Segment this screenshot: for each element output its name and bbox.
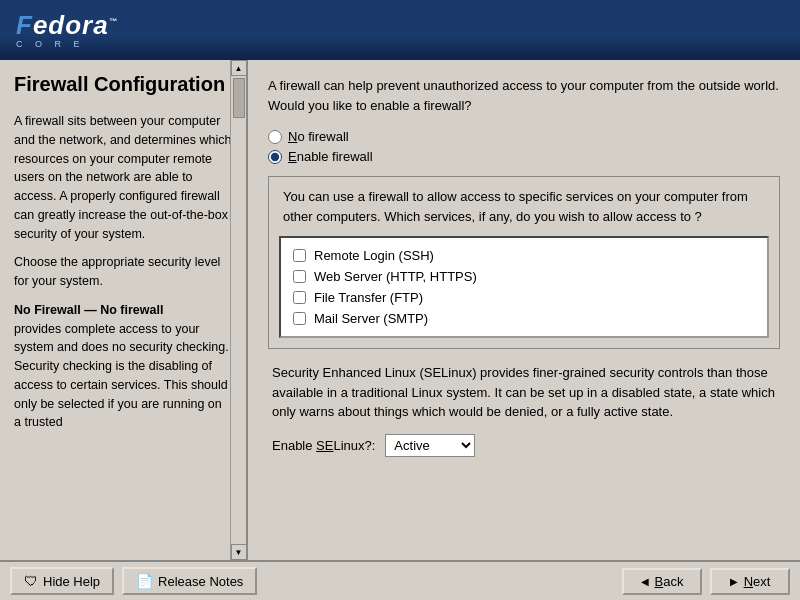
right-panel: A firewall can help prevent unauthorized… xyxy=(248,60,800,560)
next-button[interactable]: ▶ Next xyxy=(710,568,790,595)
radio-no-underline: N xyxy=(288,129,297,144)
selinux-section: Security Enhanced Linux (SELinux) provid… xyxy=(268,363,780,457)
next-arrow-icon: ▶ xyxy=(730,576,738,587)
radio-enable-firewall-label[interactable]: Enable firewall xyxy=(288,149,373,164)
radio-no-firewall-input[interactable] xyxy=(268,130,282,144)
scrollbar-down-btn[interactable]: ▼ xyxy=(231,544,247,560)
footer-left-buttons: 🛡 Hide Help 📄 Release Notes xyxy=(10,567,257,595)
selinux-dropdown[interactable]: Active Disabled Warn xyxy=(385,434,475,457)
back-button[interactable]: ◀ Back xyxy=(622,568,702,595)
firewall-intro: A firewall can help prevent unauthorized… xyxy=(268,76,780,115)
service-http-checkbox[interactable] xyxy=(293,270,306,283)
footer: 🛡 Hide Help 📄 Release Notes ◀ Back ▶ Nex… xyxy=(0,560,800,600)
selinux-description: Security Enhanced Linux (SELinux) provid… xyxy=(272,363,776,422)
hide-help-button[interactable]: 🛡 Hide Help xyxy=(10,567,114,595)
hide-help-icon: 🛡 xyxy=(24,573,38,589)
release-notes-label: Release Notes xyxy=(158,574,243,589)
selinux-label: Enable SELinux?: xyxy=(272,438,375,453)
scrollbar[interactable]: ▲ ▼ xyxy=(230,60,246,560)
service-http-label: Web Server (HTTP, HTTPS) xyxy=(314,269,477,284)
service-smtp-checkbox[interactable] xyxy=(293,312,306,325)
header: Fedora™ C O R E xyxy=(0,0,800,60)
service-smtp: Mail Server (SMTP) xyxy=(293,311,755,326)
hide-help-label: Hide Help xyxy=(43,574,100,589)
service-ssh-checkbox[interactable] xyxy=(293,249,306,262)
back-label: Back xyxy=(655,574,684,589)
service-ftp: File Transfer (FTP) xyxy=(293,290,755,305)
radio-no-firewall-label[interactable]: No firewall xyxy=(288,129,349,144)
logo-subtitle: C O R E xyxy=(16,39,85,49)
radio-enable-firewall-input[interactable] xyxy=(268,150,282,164)
scrollbar-thumb[interactable] xyxy=(233,78,245,118)
service-ssh-label: Remote Login (SSH) xyxy=(314,248,434,263)
release-notes-icon: 📄 xyxy=(136,573,153,589)
service-smtp-label: Mail Server (SMTP) xyxy=(314,311,428,326)
services-intro: You can use a firewall to allow access t… xyxy=(279,187,769,226)
next-label: Next xyxy=(744,574,771,589)
footer-right-buttons: ◀ Back ▶ Next xyxy=(622,568,790,595)
service-ftp-checkbox[interactable] xyxy=(293,291,306,304)
logo-title: Fedora™ xyxy=(16,12,118,38)
selinux-control: Enable SELinux?: Active Disabled Warn xyxy=(272,434,776,457)
no-firewall-desc: provides complete access to your system … xyxy=(14,322,229,430)
firewall-radio-group: No firewall Enable firewall xyxy=(268,129,780,164)
services-box: Remote Login (SSH) Web Server (HTTP, HTT… xyxy=(279,236,769,338)
main-content: Firewall Configuration A firewall sits b… xyxy=(0,60,800,560)
radio-enable-underline: E xyxy=(288,149,297,164)
page-title: Firewall Configuration xyxy=(14,72,232,96)
fedora-logo: Fedora™ C O R E xyxy=(16,12,118,49)
radio-enable-firewall: Enable firewall xyxy=(268,149,780,164)
radio-no-firewall: No firewall xyxy=(268,129,780,144)
left-panel-para-1: A firewall sits between your computer an… xyxy=(14,112,232,243)
scrollbar-up-btn[interactable]: ▲ xyxy=(231,60,247,76)
left-panel-para-2: Choose the appropriate security level fo… xyxy=(14,253,232,291)
back-arrow-icon: ◀ xyxy=(641,576,649,587)
service-ftp-label: File Transfer (FTP) xyxy=(314,290,423,305)
service-ssh: Remote Login (SSH) xyxy=(293,248,755,263)
no-firewall-heading: No Firewall — No firewall xyxy=(14,303,163,317)
left-panel-no-firewall: No Firewall — No firewall provides compl… xyxy=(14,301,232,432)
trademark: ™ xyxy=(109,17,118,26)
services-section: You can use a firewall to allow access t… xyxy=(268,176,780,349)
service-http: Web Server (HTTP, HTTPS) xyxy=(293,269,755,284)
left-panel: Firewall Configuration A firewall sits b… xyxy=(0,60,248,560)
release-notes-button[interactable]: 📄 Release Notes xyxy=(122,567,257,595)
